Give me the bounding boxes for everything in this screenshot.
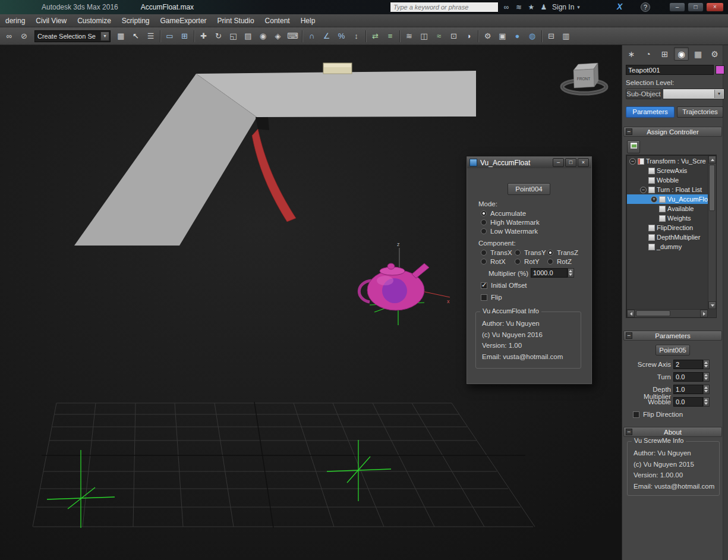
flip-direction-checkbox-row[interactable]: Flip Direction	[633, 411, 683, 418]
rendered-frame-window-icon[interactable]: ▣	[495, 29, 510, 43]
menu-item[interactable]: Civil View	[30, 14, 72, 27]
component-option-rotx[interactable]: RotX	[481, 258, 506, 265]
tab-utilities[interactable]: ⚙	[707, 47, 722, 61]
parameters-rollout-header[interactable]: Parameters	[623, 331, 722, 341]
point005-object-button[interactable]: Point005	[655, 345, 690, 355]
misc-tool-icon[interactable]: ▥	[559, 29, 573, 43]
render-iterative-icon[interactable]: ◍	[525, 29, 540, 43]
tab-motion[interactable]: ◉	[674, 47, 689, 61]
unlink-selection-icon[interactable]: ⊘	[17, 29, 31, 43]
tree-node-depthmultiplier[interactable]: DepthMultiplier	[627, 232, 708, 242]
select-and-rotate-icon[interactable]: ↻	[211, 29, 226, 43]
depth-multiplier-spinner[interactable]	[703, 385, 710, 394]
rectangular-selection-region-icon[interactable]: ▭	[162, 29, 177, 43]
keyboard-shortcut-override-icon[interactable]: ⌨	[285, 29, 300, 43]
about-rollout-header[interactable]: About	[623, 427, 722, 437]
assign-controller-rollout-header[interactable]: Assign Controller	[623, 127, 722, 137]
spinner-snap-toggle-icon[interactable]: ↕	[349, 29, 364, 43]
render-production-icon[interactable]: ●	[510, 29, 525, 43]
layer-manager-icon[interactable]: ≋	[402, 29, 417, 43]
screw-axis-spinner[interactable]	[703, 360, 710, 369]
component-option-transx[interactable]: TransX	[481, 249, 512, 256]
tab-hierarchy[interactable]: ⊞	[657, 47, 672, 61]
screw-axis-field[interactable]	[673, 360, 703, 369]
user-icon[interactable]: ♟	[538, 3, 549, 11]
collapse-icon[interactable]	[640, 187, 647, 193]
scroll-left-icon[interactable]	[627, 310, 635, 317]
tree-node-weights[interactable]: Weights	[627, 213, 708, 223]
minimize-button[interactable]: –	[669, 2, 685, 12]
wobble-spinner[interactable]	[703, 397, 710, 407]
component-option-roty[interactable]: RotY	[515, 258, 540, 265]
tree-node-dummy[interactable]: _dummy	[627, 242, 708, 251]
mode-option-low-watermark[interactable]: Low Watermark	[481, 228, 538, 235]
menu-item[interactable]: Scripting	[116, 14, 155, 27]
tree-node-transform[interactable]: Transform : Vu_Scre	[627, 156, 708, 166]
tab-create[interactable]: ∗	[624, 47, 639, 61]
tree-node-turn[interactable]: Turn : Float List	[627, 185, 708, 194]
component-option-transz[interactable]: TransZ	[547, 249, 578, 256]
menu-item[interactable]: GameExporter	[155, 14, 212, 27]
search-icon[interactable]: ∞	[501, 3, 512, 11]
depth-multiplier-field[interactable]	[673, 385, 703, 394]
collapse-icon[interactable]	[629, 158, 636, 165]
window-crossing-toggle-icon[interactable]: ⊞	[177, 29, 192, 43]
scroll-up-icon[interactable]	[708, 156, 716, 163]
open-container-icon[interactable]: ⊟	[544, 29, 559, 43]
tree-vertical-scrollbar[interactable]	[708, 156, 716, 309]
mirror-icon[interactable]: ⇄	[368, 29, 383, 43]
component-option-rotz[interactable]: RotZ	[547, 258, 572, 265]
dialog-maximize-button[interactable]: □	[565, 158, 576, 167]
sub-object-button[interactable]: Sub-Object	[626, 89, 661, 99]
tree-node-screwaxis[interactable]: ScrewAxis	[627, 166, 708, 175]
sub-object-level-select[interactable]	[663, 89, 724, 99]
select-and-move-icon[interactable]: ✚	[196, 29, 211, 43]
scroll-down-icon[interactable]	[708, 301, 716, 309]
schematic-view-icon[interactable]: ⊡	[446, 29, 461, 43]
select-and-manipulate-icon[interactable]: ◈	[270, 29, 285, 43]
object-name-field[interactable]	[626, 65, 714, 75]
sign-in-link[interactable]: Sign In	[552, 3, 574, 11]
tree-horizontal-scrollbar[interactable]	[627, 309, 708, 317]
snaps-toggle-icon[interactable]: ∩	[304, 29, 319, 43]
menu-item[interactable]: dering	[0, 14, 30, 27]
search-input[interactable]	[390, 2, 499, 12]
menu-item[interactable]: Print Studio	[212, 14, 260, 27]
component-option-transy[interactable]: TransY	[515, 249, 546, 256]
ribbon-toggle-icon[interactable]: ◫	[417, 29, 431, 43]
collapse-icon[interactable]	[626, 429, 632, 435]
menu-item[interactable]: Help	[295, 14, 321, 27]
turn-spinner[interactable]	[703, 372, 710, 382]
reference-coordinate-system-icon[interactable]: ▤	[241, 29, 256, 43]
named-selection-set-combo[interactable]: Create Selection Se ▾	[34, 30, 111, 42]
exchange-icon[interactable]: X	[617, 2, 622, 11]
align-icon[interactable]: ≡	[383, 29, 398, 43]
mode-option-accumulate[interactable]: Accumulate	[481, 210, 526, 217]
dialog-title-bar[interactable]: Vu_AccumFloat – □ ×	[467, 157, 591, 168]
viewcube-face-label[interactable]: FRONT	[577, 77, 590, 81]
angle-snap-toggle-icon[interactable]: ∠	[319, 29, 334, 43]
assign-controller-button[interactable]	[627, 140, 640, 153]
chevron-down-icon[interactable]: ▾	[100, 32, 109, 41]
scroll-right-icon[interactable]	[700, 310, 708, 317]
render-setup-icon[interactable]: ⚙	[480, 29, 495, 43]
chevron-down-icon[interactable]: ▾	[577, 4, 580, 10]
box-object[interactable]	[323, 63, 352, 74]
turn-field[interactable]	[673, 372, 703, 382]
menu-item[interactable]: Customize	[72, 14, 116, 27]
collapse-icon[interactable]	[626, 128, 632, 135]
favorites-icon[interactable]: ★	[526, 3, 537, 11]
select-and-scale-icon[interactable]: ◱	[226, 29, 241, 43]
tab-trajectories[interactable]: Trajectories	[677, 106, 723, 118]
material-editor-icon[interactable]: ◑	[461, 29, 476, 43]
tab-parameters[interactable]: Parameters	[626, 106, 675, 118]
multiplier-field[interactable]	[531, 268, 568, 278]
select-and-link-icon[interactable]: ∞	[2, 29, 17, 43]
tab-modify[interactable]: ◔	[641, 47, 655, 61]
use-pivot-point-center-icon[interactable]: ◉	[256, 29, 270, 43]
mode-option-high-watermark[interactable]: High Watermark	[481, 219, 540, 226]
tree-node-available[interactable]: Available	[627, 204, 708, 213]
close-button[interactable]: ×	[706, 2, 724, 12]
panel-scrollbar[interactable]	[723, 45, 728, 560]
restore-button[interactable]: □	[688, 2, 704, 12]
